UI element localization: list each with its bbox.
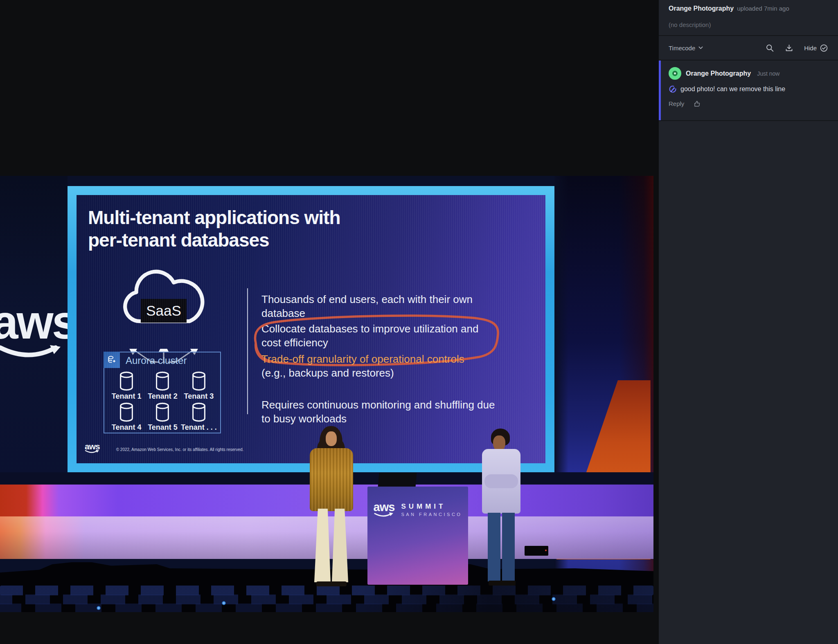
- database-icon: [191, 371, 206, 391]
- comment-item[interactable]: Orange Photography Just now good photo! …: [659, 61, 838, 120]
- presenter-leg: [502, 513, 515, 581]
- presenter-leg: [314, 509, 331, 582]
- bullet-collocate: Collocate databases to improve utilizati…: [261, 322, 507, 350]
- uploader-name: Orange Photography: [669, 5, 734, 12]
- database-icon: [191, 402, 206, 422]
- tenant-item: Tenant 3: [181, 370, 217, 401]
- saas-cloud: SaaS: [119, 264, 208, 352]
- comment-selected-accent: [659, 61, 661, 120]
- aurora-cluster-box: Aurora cluster Tenant 1 Tenant 2 Tena: [104, 352, 221, 433]
- search-icon: [766, 44, 774, 52]
- presenter-female: [309, 426, 354, 588]
- podium-logo: aws SUMMIT SAN FRANCISCO: [367, 501, 468, 518]
- comment-author: Orange Photography: [686, 70, 751, 77]
- presenter-shirt: [482, 449, 520, 514]
- audience-light-dot: [552, 597, 556, 601]
- tenant-item: Tenant . . .: [181, 401, 217, 432]
- comment-text: good photo! can we remove this line: [680, 85, 785, 93]
- presenter-shoes: [489, 581, 516, 586]
- presenter-face: [326, 431, 337, 446]
- chevron-down-icon: [698, 46, 703, 49]
- annotation-brush-icon: [669, 85, 677, 93]
- hide-completed-toggle[interactable]: Hide: [804, 44, 828, 52]
- aurora-cluster-label: Aurora cluster: [126, 355, 187, 366]
- aws-wall-logo-text: aws: [0, 298, 77, 346]
- download-button[interactable]: [785, 44, 793, 52]
- audience-light-dot: [222, 601, 226, 605]
- slide-copyright: © 2022, Amazon Web Services, Inc. or its…: [116, 447, 244, 452]
- aws-wall-logo: aws: [0, 298, 77, 346]
- aws-smile-icon: [0, 344, 62, 361]
- presenter-leg: [488, 513, 500, 581]
- asset-header: Orange Photography uploaded 7min ago (no…: [659, 0, 838, 35]
- saas-label: SaaS: [141, 299, 187, 323]
- aws-logo-podium: aws: [374, 501, 395, 518]
- tenant-item: Tenant 1: [108, 370, 144, 401]
- check-circle-icon: [820, 44, 828, 52]
- comment-timestamp: Just now: [757, 70, 779, 77]
- divider: [659, 120, 838, 121]
- bullet-monitoring: Requires continuous monitoring and shuff…: [261, 398, 507, 426]
- aws-logo-small: aws: [85, 442, 100, 454]
- aurora-db-icon: [104, 352, 120, 368]
- podium-words: SUMMIT SAN FRANCISCO: [401, 503, 462, 517]
- slide-title: Multi-tenant applications with per-tenan…: [88, 206, 340, 251]
- presenter-face: [493, 435, 505, 451]
- podium-laptop: [378, 473, 417, 487]
- app-window: aws Multi-tenant applications with per-t…: [0, 0, 838, 644]
- stage-floor-laptop: [525, 546, 548, 556]
- bullet-end-users: Thousands of end users, each with their …: [261, 292, 507, 320]
- presenter-leg: [332, 509, 348, 582]
- avatar: [669, 67, 681, 80]
- thumbs-up-icon[interactable]: [693, 100, 701, 108]
- tenant-item: Tenant 2: [144, 370, 180, 401]
- presenter-shoes: [316, 581, 347, 586]
- asset-description: (no description): [669, 21, 828, 28]
- review-sidebar: Orange Photography uploaded 7min ago (no…: [659, 0, 838, 644]
- slide: Multi-tenant applications with per-tenan…: [77, 195, 545, 463]
- avatar-letter-o: [672, 71, 678, 76]
- database-icon: [119, 402, 134, 422]
- timecode-dropdown[interactable]: Timecode: [669, 45, 703, 52]
- tenant-item: Tenant 5: [144, 401, 180, 432]
- presenter-sweater: [310, 448, 353, 511]
- audience-light-dot: [97, 606, 101, 610]
- search-button[interactable]: [766, 44, 774, 52]
- download-icon: [785, 44, 793, 52]
- presenter-male: [480, 429, 524, 588]
- database-icon: [119, 371, 134, 391]
- slide-divider: [247, 288, 248, 414]
- photo-canvas[interactable]: aws Multi-tenant applications with per-t…: [0, 176, 653, 612]
- tenant-grid: Tenant 1 Tenant 2 Tenant 3 Tenant 4: [108, 370, 217, 432]
- database-icon: [155, 371, 170, 391]
- tenant-item: Tenant 4: [108, 401, 144, 432]
- podium: aws SUMMIT SAN FRANCISCO: [367, 487, 468, 585]
- bullet-tradeoff: Trade-off granularity of operational con…: [261, 352, 507, 380]
- upload-time: uploaded 7min ago: [737, 5, 789, 12]
- comments-toolbar: Timecode Hide: [659, 36, 838, 60]
- reply-button[interactable]: Reply: [669, 100, 684, 107]
- database-icon: [155, 402, 170, 422]
- slide-footer: aws © 2022, Amazon Web Services, Inc. or…: [85, 442, 243, 454]
